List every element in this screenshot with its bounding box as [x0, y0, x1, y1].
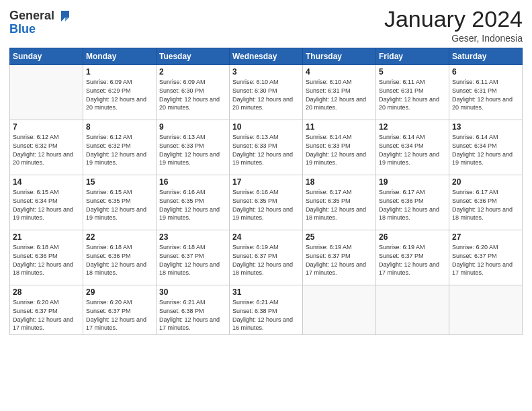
day-info: Sunrise: 6:14 AMSunset: 6:33 PMDaylight:… [306, 133, 373, 167]
day-info-line: Sunset: 6:35 PM [306, 197, 351, 204]
day-info-line: Daylight: 12 hours and 20 minutes. [13, 151, 73, 167]
day-info-line: Sunset: 6:35 PM [159, 197, 204, 204]
day-info-line: Sunrise: 6:19 AM [306, 244, 352, 250]
calendar-day-cell: 14Sunrise: 6:15 AMSunset: 6:34 PMDayligh… [10, 175, 83, 230]
day-info: Sunrise: 6:17 AMSunset: 6:36 PMDaylight:… [379, 188, 446, 222]
calendar-day-cell: 2Sunrise: 6:09 AMSunset: 6:30 PMDaylight… [157, 65, 230, 120]
day-info: Sunrise: 6:18 AMSunset: 6:36 PMDaylight:… [86, 243, 153, 277]
day-info-line: Sunset: 6:34 PM [452, 142, 497, 149]
day-info-line: Sunrise: 6:11 AM [452, 79, 498, 85]
day-info-line: Sunset: 6:37 PM [306, 253, 351, 259]
calendar-day-cell: 5Sunrise: 6:11 AMSunset: 6:31 PMDaylight… [376, 65, 449, 120]
day-info-line: Sunset: 6:37 PM [86, 308, 131, 314]
day-info-line: Sunset: 6:31 PM [452, 87, 497, 94]
day-info-line: Sunset: 6:31 PM [306, 87, 351, 94]
day-info: Sunrise: 6:19 AMSunset: 6:37 PMDaylight:… [306, 243, 373, 277]
calendar-day-cell: 27Sunrise: 6:20 AMSunset: 6:37 PMDayligh… [449, 230, 523, 285]
day-number: 2 [159, 67, 226, 77]
calendar-day-cell: 11Sunrise: 6:14 AMSunset: 6:33 PMDayligh… [303, 120, 376, 175]
day-info: Sunrise: 6:14 AMSunset: 6:34 PMDaylight:… [379, 133, 446, 167]
col-sunday: Sunday [10, 48, 83, 65]
day-info: Sunrise: 6:18 AMSunset: 6:36 PMDaylight:… [13, 243, 80, 277]
day-info-line: Sunset: 6:37 PM [13, 308, 58, 314]
calendar-day-cell: 28Sunrise: 6:20 AMSunset: 6:37 PMDayligh… [10, 285, 83, 335]
day-info-line: Daylight: 12 hours and 18 minutes. [86, 261, 146, 277]
day-info: Sunrise: 6:14 AMSunset: 6:34 PMDaylight:… [452, 133, 519, 167]
day-number: 27 [452, 232, 519, 242]
day-info: Sunrise: 6:09 AMSunset: 6:29 PMDaylight:… [86, 78, 153, 111]
day-info: Sunrise: 6:09 AMSunset: 6:30 PMDaylight:… [159, 78, 226, 111]
calendar-day-cell: 18Sunrise: 6:17 AMSunset: 6:35 PMDayligh… [303, 175, 376, 230]
calendar-week-row: 21Sunrise: 6:18 AMSunset: 6:36 PMDayligh… [10, 230, 523, 285]
day-info-line: Sunrise: 6:21 AM [232, 299, 279, 306]
day-info: Sunrise: 6:20 AMSunset: 6:37 PMDaylight:… [86, 298, 153, 332]
day-info-line: Daylight: 12 hours and 20 minutes. [86, 96, 146, 111]
day-number: 28 [13, 287, 80, 297]
calendar-day-cell [303, 285, 376, 335]
day-info-line: Sunrise: 6:15 AM [13, 189, 59, 195]
day-info-line: Sunset: 6:35 PM [232, 197, 277, 204]
day-info: Sunrise: 6:10 AMSunset: 6:30 PMDaylight:… [232, 78, 300, 111]
day-info-line: Sunset: 6:33 PM [232, 142, 277, 149]
day-info-line: Sunrise: 6:14 AM [452, 134, 498, 140]
day-info-line: Sunrise: 6:13 AM [159, 134, 206, 140]
day-info-line: Sunrise: 6:14 AM [379, 134, 425, 140]
calendar-day-cell: 23Sunrise: 6:18 AMSunset: 6:37 PMDayligh… [157, 230, 230, 285]
day-info: Sunrise: 6:15 AMSunset: 6:34 PMDaylight:… [13, 188, 80, 222]
calendar-day-cell: 21Sunrise: 6:18 AMSunset: 6:36 PMDayligh… [10, 230, 83, 285]
day-info-line: Sunset: 6:31 PM [379, 87, 424, 94]
day-info: Sunrise: 6:18 AMSunset: 6:37 PMDaylight:… [159, 243, 226, 277]
day-info-line: Sunset: 6:36 PM [86, 253, 131, 259]
logo: General Blue [9, 7, 71, 36]
calendar-day-cell: 31Sunrise: 6:21 AMSunset: 6:38 PMDayligh… [230, 285, 303, 335]
day-info: Sunrise: 6:17 AMSunset: 6:36 PMDaylight:… [452, 188, 519, 222]
calendar-day-cell: 26Sunrise: 6:19 AMSunset: 6:37 PMDayligh… [376, 230, 449, 285]
day-info: Sunrise: 6:10 AMSunset: 6:31 PMDaylight:… [306, 78, 373, 111]
calendar-day-cell [376, 285, 449, 335]
col-saturday: Saturday [449, 48, 523, 65]
day-number: 18 [306, 177, 373, 187]
day-info-line: Sunset: 6:38 PM [232, 308, 277, 314]
calendar-header-row: Sunday Monday Tuesday Wednesday Thursday… [10, 48, 523, 65]
day-number: 29 [86, 287, 153, 297]
calendar-week-row: 7Sunrise: 6:12 AMSunset: 6:32 PMDaylight… [10, 120, 523, 175]
day-info-line: Daylight: 12 hours and 16 minutes. [232, 316, 293, 332]
day-info-line: Sunset: 6:33 PM [159, 142, 204, 149]
day-info-line: Sunrise: 6:10 AM [306, 79, 352, 85]
day-info-line: Sunrise: 6:16 AM [232, 189, 279, 195]
col-thursday: Thursday [303, 48, 376, 65]
calendar-day-cell: 9Sunrise: 6:13 AMSunset: 6:33 PMDaylight… [157, 120, 230, 175]
day-info-line: Daylight: 12 hours and 17 minutes. [86, 316, 146, 332]
day-info-line: Daylight: 12 hours and 20 minutes. [379, 96, 439, 111]
day-info-line: Sunset: 6:37 PM [452, 253, 497, 259]
day-number: 25 [306, 232, 373, 242]
day-number: 17 [232, 177, 300, 187]
day-info: Sunrise: 6:11 AMSunset: 6:31 PMDaylight:… [452, 78, 519, 111]
day-info-line: Sunrise: 6:09 AM [86, 79, 132, 85]
day-info: Sunrise: 6:16 AMSunset: 6:35 PMDaylight:… [232, 188, 300, 222]
day-info-line: Daylight: 12 hours and 19 minutes. [452, 151, 513, 167]
day-info-line: Daylight: 12 hours and 18 minutes. [13, 261, 73, 277]
day-number: 30 [159, 287, 226, 297]
day-info-line: Daylight: 12 hours and 17 minutes. [452, 261, 513, 277]
page-header: General Blue January 2024 Geser, Indones… [9, 7, 523, 44]
day-info-line: Sunset: 6:38 PM [159, 308, 204, 314]
day-info-line: Sunset: 6:34 PM [379, 142, 424, 149]
day-info-line: Sunrise: 6:18 AM [86, 244, 132, 250]
day-info-line: Sunrise: 6:21 AM [159, 299, 206, 306]
day-number: 11 [306, 122, 373, 132]
day-info-line: Sunset: 6:32 PM [86, 142, 131, 149]
day-info-line: Sunrise: 6:18 AM [159, 244, 206, 250]
calendar-day-cell: 12Sunrise: 6:14 AMSunset: 6:34 PMDayligh… [376, 120, 449, 175]
day-info-line: Sunrise: 6:12 AM [13, 134, 59, 140]
day-info: Sunrise: 6:19 AMSunset: 6:37 PMDaylight:… [232, 243, 300, 277]
day-info-line: Sunrise: 6:18 AM [13, 244, 59, 250]
day-info-line: Daylight: 12 hours and 19 minutes. [232, 151, 293, 167]
day-info-line: Daylight: 12 hours and 19 minutes. [379, 151, 439, 167]
day-info: Sunrise: 6:20 AMSunset: 6:37 PMDaylight:… [452, 243, 519, 277]
calendar-day-cell: 20Sunrise: 6:17 AMSunset: 6:36 PMDayligh… [449, 175, 523, 230]
day-info-line: Sunrise: 6:09 AM [159, 79, 206, 85]
col-tuesday: Tuesday [157, 48, 230, 65]
day-info-line: Sunrise: 6:12 AM [86, 134, 132, 140]
logo-blue: Blue [9, 22, 36, 36]
